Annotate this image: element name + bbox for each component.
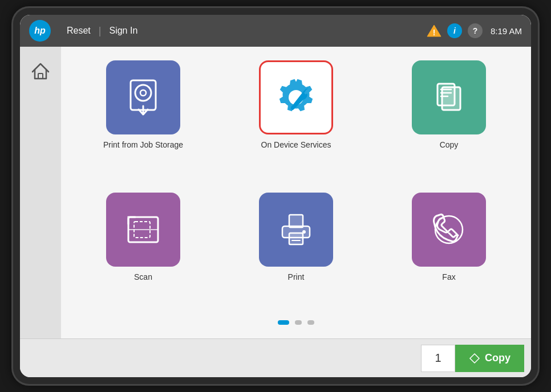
- app-label-on-device-services: On Device Services: [261, 140, 331, 149]
- app-item-on-device-services[interactable]: On Device Services: [225, 60, 367, 181]
- copy-button[interactable]: Copy: [455, 345, 524, 372]
- app-icon-on-device-services: [259, 60, 333, 134]
- app-item-print-job-storage[interactable]: Print from Job Storage: [72, 60, 214, 181]
- home-button[interactable]: [27, 58, 54, 85]
- header-icons: ! i ? 8:19 AM: [427, 23, 522, 38]
- reset-button[interactable]: Reset: [60, 23, 98, 38]
- icon-grid: Print from Job Storage: [72, 60, 520, 313]
- header: hp Reset | Sign In ! i: [20, 15, 531, 47]
- svg-rect-2: [38, 74, 43, 79]
- pagination-dot-1[interactable]: [278, 320, 289, 325]
- svg-rect-9: [437, 84, 455, 105]
- app-item-print[interactable]: Print: [225, 193, 367, 313]
- svg-text:!: !: [433, 28, 436, 37]
- pagination-dot-2[interactable]: [295, 320, 302, 325]
- screen: hp Reset | Sign In ! i: [20, 15, 531, 377]
- help-icon[interactable]: ?: [468, 23, 483, 38]
- pagination-dot-3[interactable]: [307, 320, 314, 325]
- app-icon-print: [259, 193, 333, 267]
- svg-point-5: [140, 90, 146, 96]
- time-display: 8:19 AM: [491, 26, 522, 36]
- grid-area: Print from Job Storage: [61, 47, 531, 338]
- app-icon-copy: [412, 60, 486, 134]
- bottom-bar: 1 Copy: [20, 338, 531, 377]
- svg-rect-18: [289, 233, 303, 244]
- info-icon[interactable]: i: [447, 23, 462, 38]
- hp-logo-text: hp: [34, 26, 46, 36]
- app-label-copy: Copy: [440, 140, 459, 149]
- svg-point-21: [302, 230, 306, 234]
- tablet-frame: hp Reset | Sign In ! i: [13, 8, 538, 384]
- sidebar: [20, 47, 61, 338]
- app-icon-print-job-storage: [106, 60, 180, 134]
- pagination: [72, 313, 520, 329]
- app-label-fax: Fax: [442, 272, 455, 281]
- app-label-scan: Scan: [134, 272, 152, 281]
- copy-count[interactable]: 1: [421, 345, 455, 372]
- signin-button[interactable]: Sign In: [102, 23, 144, 38]
- app-icon-fax: [412, 193, 486, 267]
- app-icon-scan: [106, 193, 180, 267]
- main-content: Print from Job Storage: [20, 47, 531, 338]
- app-label-print-job-storage: Print from Job Storage: [103, 140, 183, 149]
- svg-point-7: [291, 106, 294, 109]
- header-divider: |: [99, 25, 102, 37]
- svg-point-4: [135, 85, 151, 101]
- svg-rect-16: [289, 215, 303, 227]
- app-item-scan[interactable]: Scan: [72, 193, 214, 313]
- app-item-fax[interactable]: Fax: [378, 193, 520, 313]
- app-item-copy[interactable]: Copy: [378, 60, 520, 181]
- copy-button-label: Copy: [485, 352, 511, 364]
- hp-logo: hp: [29, 20, 51, 42]
- app-label-print: Print: [288, 272, 305, 281]
- warning-icon[interactable]: !: [427, 23, 441, 38]
